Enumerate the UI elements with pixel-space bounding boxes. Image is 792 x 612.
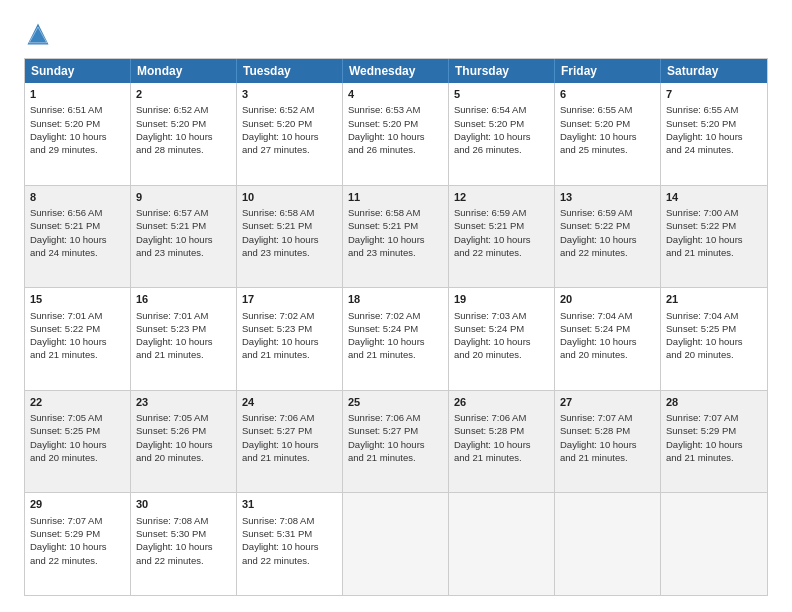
daylight-line2: and 23 minutes. xyxy=(348,247,416,258)
weekday-header-thursday: Thursday xyxy=(449,59,555,83)
daylight-line1: Daylight: 10 hours xyxy=(136,439,213,450)
calendar-body: 1Sunrise: 6:51 AMSunset: 5:20 PMDaylight… xyxy=(25,83,767,595)
calendar: SundayMondayTuesdayWednesdayThursdayFrid… xyxy=(24,58,768,596)
daylight-line1: Daylight: 10 hours xyxy=(454,439,531,450)
day-number: 29 xyxy=(30,497,125,512)
daylight-line2: and 23 minutes. xyxy=(136,247,204,258)
sunset-line: Sunset: 5:20 PM xyxy=(454,118,524,129)
sunrise-line: Sunrise: 6:55 AM xyxy=(560,104,632,115)
sunrise-line: Sunrise: 7:07 AM xyxy=(666,412,738,423)
daylight-line2: and 23 minutes. xyxy=(242,247,310,258)
daylight-line2: and 28 minutes. xyxy=(136,144,204,155)
sunset-line: Sunset: 5:20 PM xyxy=(242,118,312,129)
daylight-line1: Daylight: 10 hours xyxy=(666,234,743,245)
calendar-row-5: 29Sunrise: 7:07 AMSunset: 5:29 PMDayligh… xyxy=(25,493,767,595)
daylight-line1: Daylight: 10 hours xyxy=(454,336,531,347)
daylight-line2: and 21 minutes. xyxy=(666,452,734,463)
sunset-line: Sunset: 5:21 PM xyxy=(30,220,100,231)
sunset-line: Sunset: 5:26 PM xyxy=(136,425,206,436)
daylight-line2: and 21 minutes. xyxy=(560,452,628,463)
day-cell-27: 27Sunrise: 7:07 AMSunset: 5:28 PMDayligh… xyxy=(555,391,661,493)
sunset-line: Sunset: 5:27 PM xyxy=(242,425,312,436)
daylight-line1: Daylight: 10 hours xyxy=(242,541,319,552)
sunset-line: Sunset: 5:24 PM xyxy=(454,323,524,334)
sunrise-line: Sunrise: 6:57 AM xyxy=(136,207,208,218)
sunset-line: Sunset: 5:22 PM xyxy=(30,323,100,334)
day-number: 3 xyxy=(242,87,337,102)
day-number: 21 xyxy=(666,292,762,307)
daylight-line2: and 26 minutes. xyxy=(348,144,416,155)
day-number: 31 xyxy=(242,497,337,512)
sunrise-line: Sunrise: 6:58 AM xyxy=(348,207,420,218)
sunset-line: Sunset: 5:23 PM xyxy=(136,323,206,334)
day-cell-22: 22Sunrise: 7:05 AMSunset: 5:25 PMDayligh… xyxy=(25,391,131,493)
daylight-line2: and 22 minutes. xyxy=(454,247,522,258)
day-number: 2 xyxy=(136,87,231,102)
day-cell-11: 11Sunrise: 6:58 AMSunset: 5:21 PMDayligh… xyxy=(343,186,449,288)
day-number: 30 xyxy=(136,497,231,512)
day-cell-29: 29Sunrise: 7:07 AMSunset: 5:29 PMDayligh… xyxy=(25,493,131,595)
daylight-line1: Daylight: 10 hours xyxy=(348,439,425,450)
sunrise-line: Sunrise: 6:54 AM xyxy=(454,104,526,115)
sunset-line: Sunset: 5:24 PM xyxy=(348,323,418,334)
sunset-line: Sunset: 5:24 PM xyxy=(560,323,630,334)
day-number: 24 xyxy=(242,395,337,410)
calendar-row-4: 22Sunrise: 7:05 AMSunset: 5:25 PMDayligh… xyxy=(25,391,767,494)
sunset-line: Sunset: 5:23 PM xyxy=(242,323,312,334)
sunset-line: Sunset: 5:31 PM xyxy=(242,528,312,539)
day-cell-23: 23Sunrise: 7:05 AMSunset: 5:26 PMDayligh… xyxy=(131,391,237,493)
daylight-line2: and 21 minutes. xyxy=(30,349,98,360)
daylight-line2: and 21 minutes. xyxy=(242,349,310,360)
day-cell-18: 18Sunrise: 7:02 AMSunset: 5:24 PMDayligh… xyxy=(343,288,449,390)
day-cell-4: 4Sunrise: 6:53 AMSunset: 5:20 PMDaylight… xyxy=(343,83,449,185)
day-cell-14: 14Sunrise: 7:00 AMSunset: 5:22 PMDayligh… xyxy=(661,186,767,288)
day-cell-5: 5Sunrise: 6:54 AMSunset: 5:20 PMDaylight… xyxy=(449,83,555,185)
daylight-line1: Daylight: 10 hours xyxy=(242,131,319,142)
weekday-header-saturday: Saturday xyxy=(661,59,767,83)
sunrise-line: Sunrise: 6:52 AM xyxy=(136,104,208,115)
daylight-line2: and 26 minutes. xyxy=(454,144,522,155)
sunset-line: Sunset: 5:20 PM xyxy=(348,118,418,129)
day-number: 4 xyxy=(348,87,443,102)
sunrise-line: Sunrise: 6:56 AM xyxy=(30,207,102,218)
day-number: 27 xyxy=(560,395,655,410)
sunrise-line: Sunrise: 7:07 AM xyxy=(30,515,102,526)
daylight-line2: and 24 minutes. xyxy=(666,144,734,155)
daylight-line2: and 21 minutes. xyxy=(242,452,310,463)
sunrise-line: Sunrise: 6:58 AM xyxy=(242,207,314,218)
day-number: 6 xyxy=(560,87,655,102)
day-number: 15 xyxy=(30,292,125,307)
sunrise-line: Sunrise: 7:04 AM xyxy=(560,310,632,321)
day-cell-21: 21Sunrise: 7:04 AMSunset: 5:25 PMDayligh… xyxy=(661,288,767,390)
daylight-line1: Daylight: 10 hours xyxy=(30,541,107,552)
day-cell-28: 28Sunrise: 7:07 AMSunset: 5:29 PMDayligh… xyxy=(661,391,767,493)
daylight-line1: Daylight: 10 hours xyxy=(666,336,743,347)
day-number: 12 xyxy=(454,190,549,205)
sunset-line: Sunset: 5:30 PM xyxy=(136,528,206,539)
sunset-line: Sunset: 5:20 PM xyxy=(666,118,736,129)
day-cell-16: 16Sunrise: 7:01 AMSunset: 5:23 PMDayligh… xyxy=(131,288,237,390)
sunrise-line: Sunrise: 6:52 AM xyxy=(242,104,314,115)
sunset-line: Sunset: 5:21 PM xyxy=(136,220,206,231)
day-number: 20 xyxy=(560,292,655,307)
sunrise-line: Sunrise: 7:06 AM xyxy=(242,412,314,423)
sunrise-line: Sunrise: 7:06 AM xyxy=(454,412,526,423)
sunrise-line: Sunrise: 7:02 AM xyxy=(348,310,420,321)
daylight-line1: Daylight: 10 hours xyxy=(560,336,637,347)
daylight-line2: and 22 minutes. xyxy=(30,555,98,566)
sunrise-line: Sunrise: 7:02 AM xyxy=(242,310,314,321)
sunset-line: Sunset: 5:21 PM xyxy=(242,220,312,231)
daylight-line1: Daylight: 10 hours xyxy=(30,234,107,245)
daylight-line2: and 20 minutes. xyxy=(454,349,522,360)
daylight-line1: Daylight: 10 hours xyxy=(348,131,425,142)
sunset-line: Sunset: 5:25 PM xyxy=(666,323,736,334)
page: SundayMondayTuesdayWednesdayThursdayFrid… xyxy=(0,0,792,612)
day-cell-30: 30Sunrise: 7:08 AMSunset: 5:30 PMDayligh… xyxy=(131,493,237,595)
daylight-line1: Daylight: 10 hours xyxy=(136,336,213,347)
empty-cell xyxy=(343,493,449,595)
day-cell-24: 24Sunrise: 7:06 AMSunset: 5:27 PMDayligh… xyxy=(237,391,343,493)
sunset-line: Sunset: 5:28 PM xyxy=(560,425,630,436)
sunset-line: Sunset: 5:27 PM xyxy=(348,425,418,436)
daylight-line2: and 24 minutes. xyxy=(30,247,98,258)
sunrise-line: Sunrise: 6:59 AM xyxy=(560,207,632,218)
